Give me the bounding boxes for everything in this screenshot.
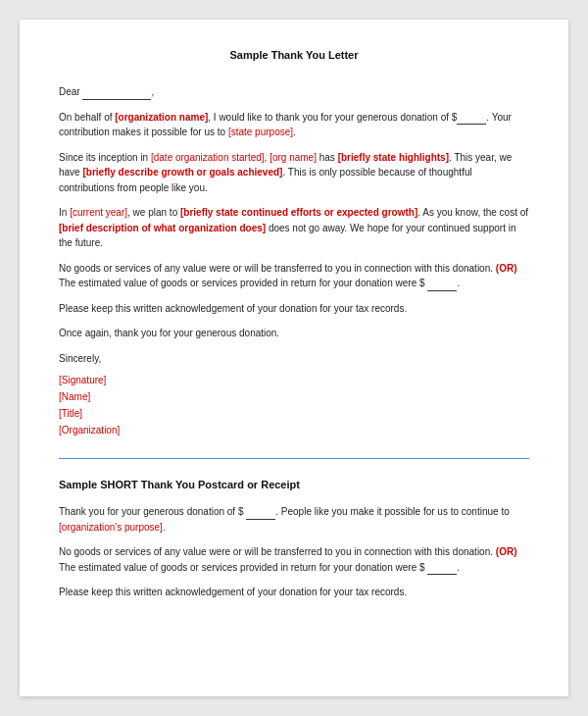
short-paragraph-2: No goods or services of any value were o…	[59, 544, 529, 575]
goods-value-blank-1	[427, 280, 457, 291]
paragraph-6: Once again, thank you for your generous …	[59, 326, 529, 341]
growth-placeholder: [briefly describe growth or goals achiev…	[82, 167, 282, 178]
donation-amount-blank-2	[246, 508, 275, 520]
org-description-placeholder: [brief description of what organization …	[59, 223, 266, 233]
paragraph-3: In [current year], we plan to [briefly s…	[59, 205, 529, 251]
signature-block: [Signature] [Name] [Title] [Organization…	[59, 372, 529, 438]
short-section-title: Sample SHORT Thank You Postcard or Recei…	[59, 479, 529, 490]
goods-value-blank-2	[427, 563, 457, 575]
highlights-placeholder: [briefly state highlights]	[338, 152, 449, 163]
signature-line: [Signature]	[59, 372, 529, 388]
organization-line: [Organization]	[59, 422, 529, 438]
name-blank	[82, 88, 151, 100]
short-letter-body: Thank you for your generous donation of …	[59, 504, 529, 600]
org-purpose-placeholder: [organization's purpose]	[59, 522, 163, 533]
paragraph-4: No goods or services of any value were o…	[59, 261, 529, 291]
donation-amount-blank-1	[457, 113, 486, 125]
or-label-1: (OR)	[496, 263, 517, 274]
org-name-2-placeholder: [org name]	[270, 152, 317, 163]
state-purpose-placeholder: [state purpose]	[228, 127, 293, 137]
org-name-placeholder: [organization name]	[115, 112, 208, 123]
title-line: [Title]	[59, 405, 529, 422]
sincerely-line: Sincerely,	[59, 351, 529, 367]
dear-label: Dear	[59, 86, 82, 97]
date-started-placeholder: [date organization started]	[151, 152, 265, 163]
current-year-placeholder: [current year]	[70, 207, 127, 218]
short-paragraph-3: Please keep this written acknowledgement…	[59, 585, 529, 600]
continued-efforts-placeholder: [briefly state continued efforts or expe…	[180, 207, 417, 218]
short-paragraph-1: Thank you for your generous donation of …	[59, 504, 529, 535]
greeting: Dear ,	[59, 84, 529, 100]
or-label-2: (OR)	[496, 546, 517, 557]
paragraph-1: On behalf of [organization name], I woul…	[59, 110, 529, 140]
page-container: Sample Thank You Letter Dear , On behalf…	[20, 20, 568, 696]
section-divider	[59, 458, 529, 459]
name-line: [Name]	[59, 388, 529, 405]
comma: ,	[151, 86, 154, 97]
letter-title: Sample Thank You Letter	[59, 49, 529, 61]
paragraph-2: Since its inception in [date organizatio…	[59, 150, 529, 196]
paragraph-5: Please keep this written acknowledgement…	[59, 301, 529, 317]
letter-body: Dear , On behalf of [organization name],…	[59, 84, 529, 438]
